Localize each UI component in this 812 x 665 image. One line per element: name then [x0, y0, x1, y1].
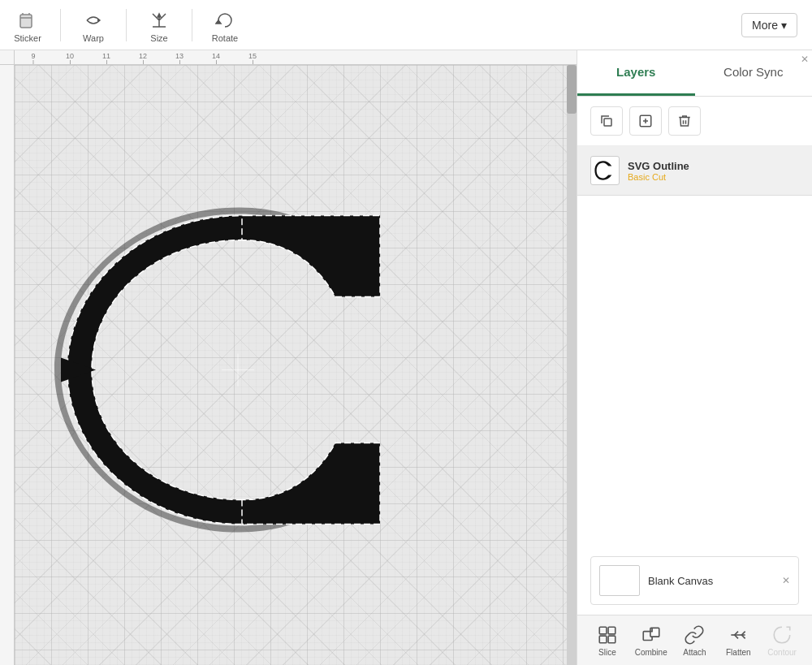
layer-actions [577, 97, 812, 146]
attach-button[interactable]: Attach [674, 624, 715, 657]
flatten-button[interactable]: Flatten [718, 624, 758, 657]
combine-label: Combine [635, 648, 667, 657]
warp-icon [80, 7, 106, 33]
panel-tabs: Layers Color Sync ✕ [577, 50, 812, 97]
blank-canvas-thumbnail [599, 565, 640, 596]
ruler-tick-14: 14 [212, 52, 220, 64]
svg-marker-6 [216, 20, 221, 24]
combine-button[interactable]: Combine [631, 624, 672, 657]
slice-icon [596, 624, 619, 646]
c-logo-svg [35, 166, 441, 572]
blank-canvas-area: Blank Canvas ✕ [577, 546, 812, 615]
divider-3 [192, 9, 192, 41]
sticker-tool[interactable]: Sticker [8, 7, 47, 43]
flatten-label: Flatten [726, 648, 751, 657]
main-area: 9 10 11 12 13 14 [0, 50, 812, 665]
blank-canvas-label: Blank Canvas [648, 575, 713, 587]
c-bottom-bar [242, 443, 380, 524]
contour-label: Contour [767, 648, 797, 657]
ruler-tick-13: 13 [175, 52, 184, 64]
grid-canvas[interactable] [15, 65, 577, 665]
vertical-ruler [0, 50, 15, 665]
delete-layer-button[interactable] [668, 106, 701, 136]
rotate-tool[interactable]: Rotate [205, 7, 244, 43]
svg-rect-17 [608, 627, 615, 634]
panel-spacer [577, 196, 812, 546]
attach-icon [683, 624, 706, 646]
svg-rect-18 [599, 636, 607, 643]
copy-layer-button[interactable] [590, 106, 623, 136]
sticker-icon [15, 7, 41, 33]
horizontal-ruler: 9 10 11 12 13 14 [15, 50, 577, 65]
more-chevron-icon: ▾ [781, 19, 787, 32]
slice-button[interactable]: Slice [587, 624, 628, 657]
svg-rect-12 [604, 119, 611, 126]
c-logo-container[interactable] [35, 166, 457, 589]
top-toolbar: Sticker Warp Size Rotate [0, 0, 812, 50]
rotate-label: Rotate [212, 33, 238, 43]
size-label: Size [150, 33, 167, 43]
right-panel: Layers Color Sync ✕ [577, 50, 812, 665]
divider-2 [126, 9, 127, 41]
size-tool[interactable]: Size [140, 7, 179, 43]
combine-icon [640, 624, 663, 646]
more-button[interactable]: More ▾ [741, 13, 797, 37]
layer-thumbnail [590, 156, 620, 185]
add-layer-button[interactable] [629, 106, 662, 136]
blank-canvas-close-icon[interactable]: ✕ [782, 575, 790, 586]
layer-name: SVG Outline [628, 160, 799, 172]
tab-color-sync[interactable]: Color Sync ✕ [695, 50, 813, 96]
sticker-label: Sticker [14, 33, 41, 43]
ruler-tick-15: 15 [248, 52, 257, 64]
layer-info: SVG Outline Basic Cut [628, 160, 799, 182]
ruler-tick-11: 11 [102, 52, 110, 64]
rotate-icon [212, 7, 238, 33]
warp-tool[interactable]: Warp [74, 7, 113, 43]
c-top-bar [242, 215, 380, 296]
svg-rect-0 [20, 15, 32, 28]
ruler-tick-9: 9 [31, 52, 35, 64]
canvas-area[interactable]: 9 10 11 12 13 14 [0, 50, 577, 665]
bottom-toolbar: Slice Combine [577, 615, 812, 665]
ruler-corner [0, 50, 15, 65]
slice-label: Slice [598, 648, 616, 657]
contour-icon [771, 624, 793, 646]
vertical-scrollbar[interactable] [567, 65, 577, 665]
warp-label: Warp [83, 33, 104, 43]
divider-1 [60, 9, 61, 41]
size-icon [146, 7, 172, 33]
svg-marker-5 [158, 14, 161, 17]
contour-button[interactable]: Contour [762, 624, 802, 657]
ruler-tick-10: 10 [66, 52, 74, 64]
blank-canvas-item[interactable]: Blank Canvas ✕ [590, 556, 799, 605]
svg-rect-19 [608, 636, 615, 643]
attach-label: Attach [683, 648, 706, 657]
flatten-icon [727, 624, 749, 646]
svg-rect-16 [599, 627, 607, 634]
tab-layers[interactable]: Layers [577, 50, 695, 96]
layer-item-svg-outline[interactable]: SVG Outline Basic Cut [577, 146, 812, 196]
color-sync-close-icon[interactable]: ✕ [801, 54, 809, 65]
more-label: More [752, 19, 778, 32]
layer-thumb-svg [594, 159, 616, 182]
ruler-tick-12: 12 [139, 52, 147, 64]
layer-type: Basic Cut [628, 172, 799, 182]
scrollbar-thumb[interactable] [567, 65, 577, 114]
